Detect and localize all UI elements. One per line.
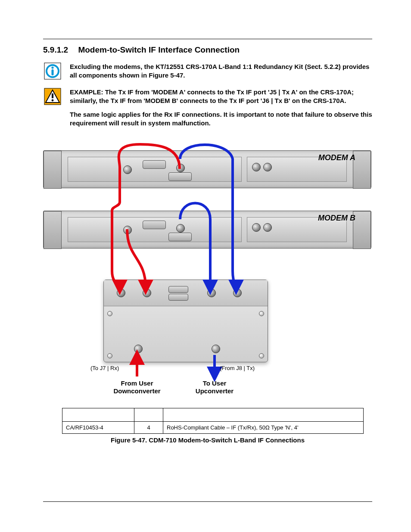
info-icon [44, 62, 61, 80]
warning-icon-col [43, 88, 62, 133]
switch-j8-tx [212, 345, 220, 353]
to-j7-label: (To J7 | Rx) [90, 365, 119, 371]
modem-a-chassis: MODEM A [43, 150, 371, 188]
modem-a-label: MODEM A [318, 153, 355, 162]
switch-tx-b [233, 289, 242, 297]
section-heading: 5.9.1.2 Modem-to-Switch IF Interface Con… [43, 45, 372, 55]
switch-rx-b [143, 289, 151, 297]
svg-rect-3 [52, 69, 54, 75]
table-row: CA/RF10453-4 4 RoHS-Compliant Cable – IF… [62, 421, 364, 433]
modem-b-tx-port [176, 224, 185, 233]
cell-qty: 4 [134, 421, 163, 433]
section-number: 5.9.1.2 [43, 45, 68, 55]
col-qty [134, 408, 163, 421]
col-part [62, 408, 134, 421]
modem-a-tx-port [176, 164, 185, 172]
table-header-row [62, 408, 364, 421]
modem-b-label: MODEM B [318, 214, 355, 223]
col-desc [163, 408, 364, 421]
switch-j7-rx [134, 345, 143, 353]
connection-diagram: MODEM A MODEM B [43, 142, 372, 404]
warning-p2: The same logic applies for the Rx IF con… [70, 111, 372, 127]
section-title: Modem-to-Switch IF Interface Connection [78, 45, 240, 54]
crs-170a-switch [103, 280, 268, 362]
svg-point-2 [51, 66, 53, 68]
warning-icon [44, 88, 61, 105]
from-j8-label: (From J8 | Tx) [220, 365, 255, 371]
bottom-rule [43, 501, 372, 502]
modem-b-chassis: MODEM B [43, 211, 371, 249]
info-text: Excluding the modems, the KT/12551 CRS-1… [70, 62, 372, 85]
svg-point-7 [52, 99, 54, 101]
switch-rx-a [117, 289, 125, 297]
figure-caption: Figure 5-47. CDM-710 Modem-to-Switch L-B… [43, 436, 372, 444]
cell-part: CA/RF10453-4 [62, 421, 134, 433]
from-user-label: From User [121, 380, 153, 387]
upconverter-label: Upconverter [196, 387, 234, 395]
info-note: Excluding the modems, the KT/12551 CRS-1… [43, 62, 372, 85]
modem-a-rx-port [123, 165, 132, 174]
svg-rect-6 [52, 93, 53, 98]
top-rule [43, 39, 372, 39]
parts-table: CA/RF10453-4 4 RoHS-Compliant Cable – IF… [62, 408, 364, 434]
modem-b-rx-port [123, 226, 132, 234]
info-icon-col [43, 62, 62, 85]
switch-tx-a [207, 289, 216, 297]
downconverter-label: Downconverter [113, 387, 160, 395]
to-user-label: To User [203, 380, 227, 387]
warning-text: EXAMPLE: The Tx IF from 'MODEM A' connec… [70, 88, 372, 133]
warning-note: EXAMPLE: The Tx IF from 'MODEM A' connec… [43, 88, 372, 133]
info-paragraph: Excluding the modems, the KT/12551 CRS-1… [70, 63, 369, 79]
cell-desc: RoHS-Compliant Cable – IF (Tx/Rx), 50Ω T… [163, 421, 364, 433]
warning-p1: EXAMPLE: The Tx IF from 'MODEM A' connec… [70, 88, 354, 104]
